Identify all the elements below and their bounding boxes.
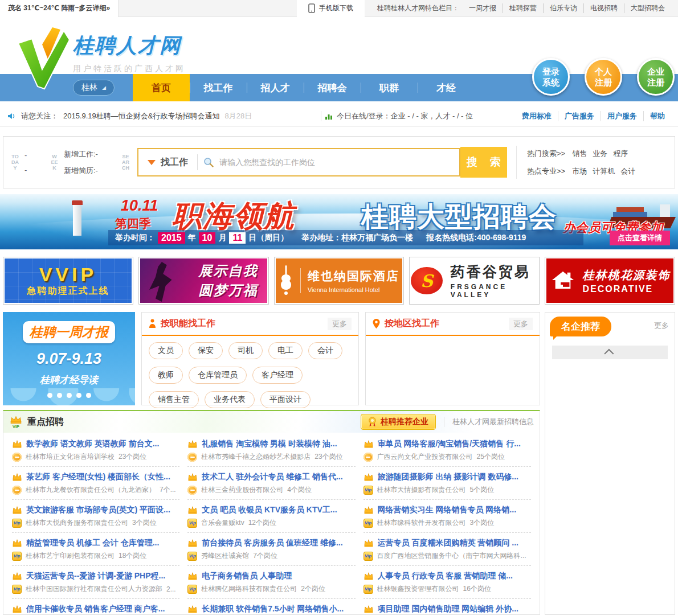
job-tag[interactable]: 仓库管理员 <box>189 367 247 384</box>
job-tag[interactable]: 保安 <box>189 342 223 359</box>
service-link[interactable]: 费用标准 <box>516 111 558 121</box>
job-titles[interactable]: 天猫运营专员--爱游 计调-爱游 PHP程... <box>26 571 179 581</box>
service-link[interactable]: 帮助 <box>643 111 671 121</box>
hot-search-item[interactable]: 程序 <box>613 149 628 159</box>
job-item[interactable]: 电子商务销售员 人事助理 桂林腾亿网络科技有限责任公司 2个岗位 <box>187 566 355 599</box>
job-item[interactable]: 精益管理专员 机修工 会计 仓库管理... 桂林市艺宇印刷包装有限公司 18个岗… <box>12 533 179 566</box>
job-tag[interactable]: 平面设计 <box>260 391 311 408</box>
search-button[interactable]: 搜 索 <box>460 147 507 178</box>
search-input[interactable] <box>214 158 459 167</box>
service-link[interactable]: 用户服务 <box>601 111 643 121</box>
job-item[interactable]: 信用卡催收专员 销售客户经理 商户客... 交通银行股份有限公司桂林分行 5个岗… <box>12 599 179 615</box>
job-item[interactable]: 项目助理 国内销售助理 网站编辑 外协... 桂林市光隆光电科技有限公司 12个… <box>363 599 531 615</box>
hot-search-item[interactable]: 业务 <box>593 149 607 159</box>
job-titles[interactable]: 技术工人 驻外会计专员 维修工 销售代... <box>202 472 355 482</box>
company-register-button[interactable]: 企业注册 <box>637 58 675 96</box>
job-item[interactable]: 礼服销售 淘宝模特 男模 时装模特 油... 桂林市秀峰千禧之恋婚纱艺术摄影店 … <box>187 434 355 467</box>
job-item[interactable]: 天猫运营专员--爱游 计调-爱游 PHP程... 桂林中国国际旅行社有限责任公司… <box>12 566 179 599</box>
service-link[interactable]: 广告服务 <box>558 111 601 121</box>
job-tag[interactable]: 文员 <box>149 342 183 359</box>
feature-link[interactable]: 桂聘探营 <box>503 3 543 13</box>
nav-item[interactable]: 招人才 <box>247 74 304 101</box>
job-item[interactable]: 前台接待员 客房服务员 值班经理 维修... 秀峰区桂诚宾馆 7个岗位 <box>187 533 355 566</box>
job-titles[interactable]: 人事专员 行政专员 客服 营销助理 储... <box>378 571 531 581</box>
job-item[interactable]: 旅游随团摄影师 出纳 摄影计调 数码修... 桂林市天情摄影有限责任公司 5个岗… <box>363 467 531 500</box>
carousel-dot[interactable] <box>57 393 62 398</box>
hot-major-item[interactable]: 市场 <box>572 166 587 176</box>
feature-link[interactable]: 伯乐专访 <box>543 3 583 13</box>
job-tag[interactable]: 司机 <box>228 342 263 359</box>
carousel-dot[interactable] <box>76 393 81 398</box>
job-titles[interactable]: 精益管理专员 机修工 会计 仓库管理... <box>26 538 179 548</box>
ad-fragrance[interactable]: S 药香谷贸易 FRSGANCE VALLEY <box>409 257 540 305</box>
weather-text[interactable]: 茂名 31℃~24℃ 阵雨~多云详细» <box>0 0 119 17</box>
job-tag[interactable]: 教师 <box>149 367 183 384</box>
divider <box>321 111 321 121</box>
banner-detail-button[interactable]: 点击查看详情 <box>610 231 670 245</box>
job-titles[interactable]: 电子商务销售员 人事助理 <box>202 571 355 581</box>
weekly-report-card[interactable]: 桂聘一周才报 9.07-9.13 桂聘才经导读 <box>3 312 135 405</box>
job-titles[interactable]: 文员 吧员 收银员 KTV服务员 KTV工... <box>202 505 355 515</box>
job-titles[interactable]: 旅游随团摄影师 出纳 摄影计调 数码修... <box>378 472 531 482</box>
feature-link[interactable]: 大型招聘会 <box>624 3 671 13</box>
job-tag[interactable]: 客户经理 <box>252 367 303 384</box>
job-item[interactable]: 茶艺师 客户经理(女性) 楼面部长（女性... 桂林市九龙餐饮有限责任公司（九龙… <box>12 467 179 500</box>
mobile-download-button[interactable]: 手机版下载 <box>297 0 365 17</box>
job-titles[interactable]: 英文旅游客服 市场部专员(英文) 平面设... <box>26 505 179 515</box>
ad-wanfu[interactable]: 展示自我 圆梦万福 <box>138 257 269 305</box>
job-item[interactable]: 英文旅游客服 市场部专员(英文) 平面设... 桂林市天悦商务服务有限责任公司 … <box>12 500 179 533</box>
nav-item[interactable]: 找工作 <box>190 74 247 101</box>
job-titles[interactable]: 运营专员 百度糯米团购精英 营销顾问 ... <box>378 538 531 548</box>
job-count: 12个岗位 <box>248 518 276 528</box>
event-banner[interactable]: 10.11 第四季 职海领航 桂聘大型招聘会 办会员可免费参加 举办时间： 20… <box>0 194 678 249</box>
job-titles[interactable]: 项目助理 国内销售助理 网站编辑 外协... <box>378 604 531 614</box>
more-link[interactable]: 更多 <box>328 318 352 330</box>
feature-link[interactable]: 电视招聘 <box>583 3 624 13</box>
ad-decorative[interactable]: 桂林桃花源装饰 DECORATIVE <box>545 257 675 305</box>
job-item[interactable]: 技术工人 驻外会计专员 维修工 销售代... 桂林三金药业股份有限公司 4个岗位 <box>187 467 355 500</box>
job-tag[interactable]: 会计 <box>308 342 342 359</box>
nav-item[interactable]: 职群 <box>361 74 418 101</box>
job-titles[interactable]: 前台接待员 客房服务员 值班经理 维修... <box>202 538 355 548</box>
more-link[interactable]: 更多 <box>654 321 669 331</box>
job-item[interactable]: 网络营销实习生 网络销售专员 网络销... 桂林市缘科软件开发有限公司 3个岗位 <box>363 500 531 533</box>
job-item[interactable]: 长期兼职 软件销售7.5小时 网络销售小... 桂林巨尚网络科技有限公司 7个岗… <box>187 599 355 615</box>
job-titles[interactable]: 网络营销实习生 网络销售专员 网络销... <box>378 505 531 515</box>
job-item[interactable]: 审单员 网络客服/淘宝销售/天猫销售 行... 广西云尚文化产业投资有限公司 2… <box>363 434 531 467</box>
job-tag[interactable]: 电工 <box>268 342 303 359</box>
job-item[interactable]: 人事专员 行政专员 客服 营销助理 储... 桂林银鑫投资管理有限公司 16个岗… <box>363 566 531 599</box>
nav-item[interactable]: 招聘会 <box>304 74 361 101</box>
ad-vienna[interactable]: 维也纳国际酒店 Vienna International Hotel <box>274 257 405 305</box>
job-titles[interactable]: 长期兼职 软件销售7.5小时 网络销售小... <box>202 604 355 614</box>
carousel-dot[interactable] <box>86 393 91 398</box>
personal-register-button[interactable]: 个人注册 <box>585 58 622 96</box>
carousel-up-bar[interactable] <box>552 346 668 359</box>
job-titles[interactable]: 礼服销售 淘宝模特 男模 时装模特 油... <box>202 439 355 449</box>
job-category-dropdown[interactable]: 找工作 <box>138 155 197 169</box>
recommend-enterprises-button[interactable]: 桂聘推荐企业 <box>361 414 436 430</box>
job-item[interactable]: 文员 吧员 收银员 KTV服务员 KTV工... 音乐会量贩ktv 12个岗位 <box>187 500 355 533</box>
job-titles[interactable]: 信用卡催收专员 销售客户经理 商户客... <box>26 604 179 614</box>
site-logo[interactable] <box>15 25 72 95</box>
nav-item[interactable]: 首页 <box>133 74 190 101</box>
job-item[interactable]: 运营专员 百度糯米团购精英 营销顾问 ... 百度广西地区营销服务中心（南宁市网… <box>363 533 531 566</box>
hot-major-item[interactable]: 会计 <box>620 166 635 176</box>
job-titles[interactable]: 茶艺师 客户经理(女性) 楼面部长（女性... <box>26 472 179 482</box>
job-titles[interactable]: 审单员 网络客服/淘宝销售/天猫销售 行... <box>378 439 531 449</box>
job-tag[interactable]: 销售主管 <box>149 391 199 408</box>
city-selector[interactable]: 桂林 ◢ <box>73 80 115 96</box>
carousel-dot[interactable] <box>67 393 72 398</box>
notice-link-text[interactable]: 2015.9.19桂聘—恒企财会&行政专场招聘会通知 <box>63 111 220 121</box>
job-tag[interactable]: 业务代表 <box>205 391 255 408</box>
hot-search-item[interactable]: 销售 <box>572 149 587 159</box>
job-titles[interactable]: 数学教师 语文教师 英语教师 前台文... <box>26 439 179 449</box>
carousel-dot[interactable] <box>47 393 52 398</box>
job-item[interactable]: 数学教师 语文教师 英语教师 前台文... 桂林市培正文化语言培训学校 23个岗… <box>12 434 179 467</box>
more-link[interactable]: 更多 <box>509 318 533 330</box>
nav-item[interactable]: 才经 <box>418 74 475 101</box>
feature-link[interactable]: 一周才报 <box>463 3 503 13</box>
famous-ribbon[interactable]: 名企推荐 <box>550 317 611 336</box>
ad-vvip[interactable]: VVIP 急聘助理正式上线 <box>3 257 133 305</box>
login-system-button[interactable]: 登录系统 <box>532 58 570 96</box>
hot-major-item[interactable]: 计算机 <box>593 166 615 176</box>
